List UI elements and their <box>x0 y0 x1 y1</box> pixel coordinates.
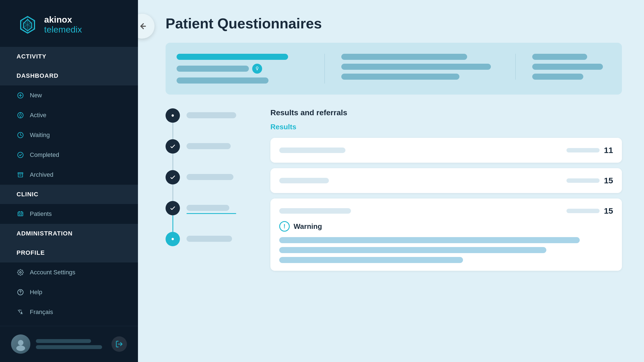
patient-gender-row <box>177 64 308 74</box>
info-bar-3 <box>341 74 459 80</box>
sidebar-item-patients[interactable]: Patients <box>0 204 138 224</box>
logout-button[interactable] <box>111 336 127 352</box>
result-score-area-3: 15 <box>566 206 613 216</box>
timeline-label-4 <box>187 201 236 214</box>
logo-icon <box>17 14 39 36</box>
svg-rect-17 <box>21 211 22 213</box>
tl-label-bar-2 <box>187 143 231 149</box>
sidebar-item-completed[interactable]: Completed <box>0 145 138 165</box>
timeline-label-2 <box>187 139 231 149</box>
nav-group-profile: PROFILE <box>0 243 138 262</box>
info-bar-1 <box>341 54 467 60</box>
nav-label-archived: Archived <box>30 171 54 178</box>
clock-icon <box>17 131 24 139</box>
main-content: Patient Questionnaires <box>138 0 644 362</box>
avatar <box>11 334 30 354</box>
gender-icon <box>252 64 262 74</box>
warning-bar-1 <box>279 237 580 243</box>
svg-point-28 <box>256 67 258 69</box>
sidebar: akinox telemedix ACTIVITY DASHBOARD New … <box>0 0 138 362</box>
content-area: Patient Questionnaires <box>138 0 644 362</box>
check-circle-icon <box>17 151 24 159</box>
warning-header: ! Warning <box>279 221 613 232</box>
result-score-1: 11 <box>604 146 613 155</box>
sidebar-item-archived[interactable]: Archived <box>0 165 138 185</box>
brand-name: akinox <box>44 15 82 25</box>
warning-bars <box>279 237 613 263</box>
nav-group-clinic: CLINIC <box>0 185 138 204</box>
nav-label-help: Help <box>30 289 42 296</box>
sidebar-item-active[interactable]: Active <box>0 105 138 125</box>
timeline-label-3 <box>187 170 233 180</box>
timeline-label-1 <box>187 108 236 118</box>
svg-point-23 <box>20 294 21 294</box>
timeline-item-4 <box>166 201 254 232</box>
question-icon <box>17 288 24 296</box>
svg-point-11 <box>18 152 23 158</box>
logo-text: akinox telemedix <box>44 15 82 35</box>
patient-col-2 <box>341 54 516 80</box>
timeline-dot-1 <box>166 108 180 123</box>
info-bar-4 <box>532 54 587 60</box>
result-label-3 <box>279 208 351 214</box>
warning-icon: ! <box>279 221 290 232</box>
patient-detail-bar <box>177 66 249 72</box>
archive-icon <box>17 171 24 179</box>
patient-col-3 <box>532 54 611 80</box>
tl-label-bar-3 <box>187 174 233 180</box>
timeline-dot-wrap-2 <box>166 139 180 170</box>
warning-title: Warning <box>294 222 322 231</box>
nav-label-patients: Patients <box>30 210 52 218</box>
timeline-dot-2 <box>166 139 180 154</box>
tl-label-bar-5 <box>187 236 232 242</box>
patient-info-bar <box>177 77 268 84</box>
active-line <box>187 213 236 214</box>
result-card-1: 11 <box>270 138 622 163</box>
user-role <box>36 345 102 349</box>
sidebar-item-account-settings[interactable]: Account Settings <box>0 262 138 282</box>
bottom-bar <box>0 326 138 362</box>
sidebar-item-help[interactable]: Help <box>0 282 138 302</box>
result-score-bar-3 <box>566 209 600 213</box>
sidebar-nav: ACTIVITY DASHBOARD New Active Waiting Co <box>0 47 138 326</box>
connector-4 <box>172 215 173 232</box>
patients-icon <box>17 210 24 218</box>
result-score-2: 15 <box>604 176 613 185</box>
result-card-3: 15 ! Warning <box>270 199 622 271</box>
warning-bar-2 <box>279 247 546 253</box>
nav-group-administration: ADMINISTRATION <box>0 224 138 243</box>
plus-icon <box>17 92 24 99</box>
gear-icon <box>17 269 24 276</box>
questionnaire-body: Results and referrals Results 11 15 <box>166 108 622 276</box>
info-bar-6 <box>532 74 584 80</box>
result-card-2: 15 <box>270 168 622 193</box>
result-label-1 <box>279 148 345 153</box>
results-subtitle: Results <box>270 123 622 131</box>
translate-icon <box>17 308 24 316</box>
result-score-area-1: 11 <box>566 146 613 155</box>
result-score-3: 15 <box>604 206 613 216</box>
svg-rect-14 <box>18 212 23 216</box>
sidebar-item-new[interactable]: New <box>0 85 138 105</box>
result-score-area-2: 15 <box>566 176 613 185</box>
timeline-item-1 <box>166 108 254 139</box>
timeline <box>166 108 254 276</box>
sidebar-item-language[interactable]: Français <box>0 302 138 322</box>
timeline-item-3 <box>166 170 254 201</box>
sidebar-item-waiting[interactable]: Waiting <box>0 125 138 145</box>
info-bar-2 <box>341 64 491 70</box>
patient-col-1 <box>177 54 325 84</box>
warning-bar-3 <box>279 257 463 263</box>
info-bar-5 <box>532 64 603 70</box>
result-score-bar-2 <box>566 178 600 183</box>
svg-point-24 <box>18 340 23 345</box>
connector-1 <box>172 123 173 139</box>
svg-rect-12 <box>18 173 23 174</box>
connector-2 <box>172 154 173 170</box>
timeline-label-5 <box>187 232 232 242</box>
timeline-dot-5 <box>166 232 180 246</box>
page-title: Patient Questionnaires <box>166 15 622 32</box>
nav-label-waiting: Waiting <box>30 132 50 139</box>
avatar-image <box>11 334 30 354</box>
patient-name-bar <box>177 54 288 60</box>
